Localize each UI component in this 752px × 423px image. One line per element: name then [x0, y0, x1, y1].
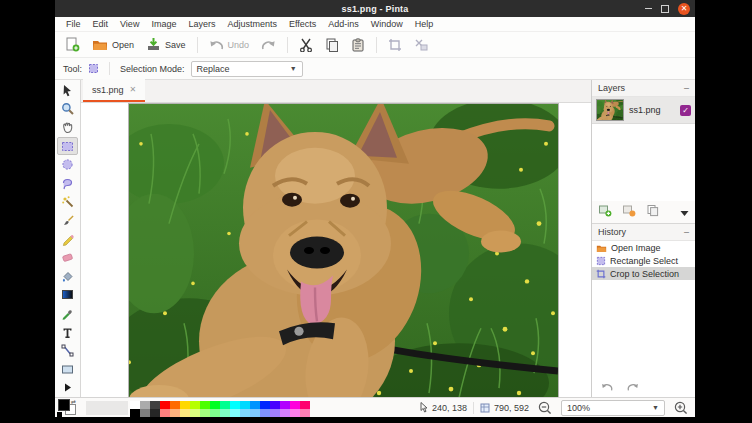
selection-mode-dropdown[interactable]: Replace ▼	[191, 61, 303, 77]
palette-swatch[interactable]	[230, 401, 240, 409]
palette-swatch[interactable]	[300, 401, 310, 409]
palette-swatch[interactable]	[130, 409, 140, 417]
tool-line-curve[interactable]	[57, 341, 78, 360]
deselect-button[interactable]	[410, 36, 432, 54]
palette-swatch[interactable]	[230, 409, 240, 417]
palette-swatch[interactable]	[140, 409, 150, 417]
delete-layer-button[interactable]	[622, 203, 636, 221]
palette-swatch[interactable]	[220, 401, 230, 409]
palette-swatch[interactable]	[190, 409, 200, 417]
history-item-crop-to-selection[interactable]: Crop to Selection	[592, 267, 695, 280]
history-item-open-image[interactable]: Open Image	[592, 241, 695, 254]
save-button[interactable]: Save	[142, 35, 190, 54]
menu-effects[interactable]: Effects	[283, 19, 322, 29]
tool-zoom[interactable]	[57, 100, 78, 119]
palette-swatch[interactable]	[150, 401, 160, 409]
palette-swatch[interactable]	[150, 409, 160, 417]
tool-magic-wand[interactable]	[57, 193, 78, 212]
palette-swatch[interactable]	[280, 409, 290, 417]
palette-swatch[interactable]	[210, 401, 220, 409]
menu-file[interactable]: File	[60, 19, 87, 29]
tool-text[interactable]	[57, 323, 78, 342]
palette-swatch[interactable]	[260, 409, 270, 417]
palette-swatch[interactable]	[160, 409, 170, 417]
tool-pan[interactable]	[57, 118, 78, 137]
menu-window[interactable]: Window	[365, 19, 409, 29]
tool-paintbrush[interactable]	[57, 211, 78, 230]
minimize-icon[interactable]	[645, 8, 652, 10]
open-image-button[interactable]: Open	[88, 35, 138, 54]
tool-color-picker[interactable]	[57, 304, 78, 323]
zoom-level-dropdown[interactable]: 100% ▼	[561, 400, 665, 416]
history-minimize-icon[interactable]: –	[684, 227, 689, 237]
history-redo-button[interactable]	[626, 378, 640, 396]
menu-layers[interactable]: Layers	[182, 19, 221, 29]
reset-colors-swatch[interactable]	[57, 412, 62, 417]
menu-edit[interactable]: Edit	[87, 19, 115, 29]
undo-button[interactable]: Undo	[205, 37, 254, 53]
palette-swatch[interactable]	[160, 401, 170, 409]
close-icon[interactable]: ✕	[678, 3, 690, 15]
palette-swatch[interactable]	[290, 409, 300, 417]
paste-button[interactable]	[347, 36, 369, 54]
tool-more-expander[interactable]	[57, 379, 78, 398]
palette-swatch[interactable]	[240, 409, 250, 417]
palette-swatch[interactable]	[270, 401, 280, 409]
tool-eraser[interactable]	[57, 248, 78, 267]
foreground-color-swatch[interactable]	[58, 399, 70, 411]
palette-swatch[interactable]	[250, 401, 260, 409]
palette-swatch[interactable]	[180, 401, 190, 409]
menu-addins[interactable]: Add-ins	[322, 19, 365, 29]
palette-swatch[interactable]	[180, 409, 190, 417]
palette-swatch[interactable]	[290, 401, 300, 409]
new-image-button[interactable]	[61, 35, 84, 54]
palette-swatch[interactable]	[130, 401, 140, 409]
menu-help[interactable]: Help	[409, 19, 440, 29]
redo-button[interactable]	[257, 37, 280, 53]
palette-swatch[interactable]	[300, 409, 310, 417]
layer-row[interactable]: ss1.png ✓	[592, 97, 695, 124]
menu-image[interactable]: Image	[145, 19, 182, 29]
tool-move-selection[interactable]	[57, 81, 78, 100]
tab-ss1png[interactable]: ss1.png ✕	[83, 79, 145, 102]
menu-view[interactable]: View	[114, 19, 145, 29]
canvas-viewport[interactable]	[81, 103, 591, 397]
tool-rectangle-shape[interactable]	[57, 360, 78, 379]
palette-swatch[interactable]	[170, 409, 180, 417]
foreground-background-swatch[interactable]: ⇄	[57, 399, 79, 417]
zoom-out-button[interactable]	[535, 401, 555, 415]
tool-pencil[interactable]	[57, 230, 78, 249]
palette-swatch[interactable]	[170, 401, 180, 409]
palette-swatch[interactable]	[260, 401, 270, 409]
color-palette[interactable]	[130, 401, 310, 417]
tool-rectangle-select[interactable]	[57, 137, 78, 156]
tool-ellipse-select[interactable]	[57, 155, 78, 174]
palette-swatch[interactable]	[220, 409, 230, 417]
swap-colors-icon[interactable]: ⇄	[71, 398, 76, 405]
history-undo-button[interactable]	[600, 378, 614, 396]
tab-close-icon[interactable]: ✕	[130, 85, 137, 94]
palette-swatch[interactable]	[270, 409, 280, 417]
layers-menu-button[interactable]	[680, 203, 689, 221]
history-item-rectangle-select[interactable]: Rectangle Select	[592, 254, 695, 267]
tool-lasso-select[interactable]	[57, 174, 78, 193]
palette-swatch[interactable]	[280, 401, 290, 409]
cut-button[interactable]	[295, 36, 317, 54]
layer-visibility-checkbox[interactable]: ✓	[680, 105, 691, 116]
palette-swatch[interactable]	[200, 409, 210, 417]
tool-gradient[interactable]	[57, 286, 78, 305]
palette-swatch[interactable]	[190, 401, 200, 409]
palette-swatch[interactable]	[200, 401, 210, 409]
canvas-image[interactable]	[128, 103, 559, 404]
layers-minimize-icon[interactable]: –	[684, 83, 689, 93]
palette-swatch[interactable]	[240, 401, 250, 409]
add-layer-button[interactable]	[598, 203, 612, 221]
palette-swatch[interactable]	[210, 409, 220, 417]
duplicate-layer-button[interactable]	[646, 203, 660, 221]
zoom-in-button[interactable]	[671, 401, 691, 415]
palette-swatch[interactable]	[140, 401, 150, 409]
menu-adjustments[interactable]: Adjustments	[221, 19, 283, 29]
crop-to-selection-button[interactable]	[384, 36, 406, 54]
copy-button[interactable]	[321, 36, 343, 54]
palette-swatch[interactable]	[250, 409, 260, 417]
